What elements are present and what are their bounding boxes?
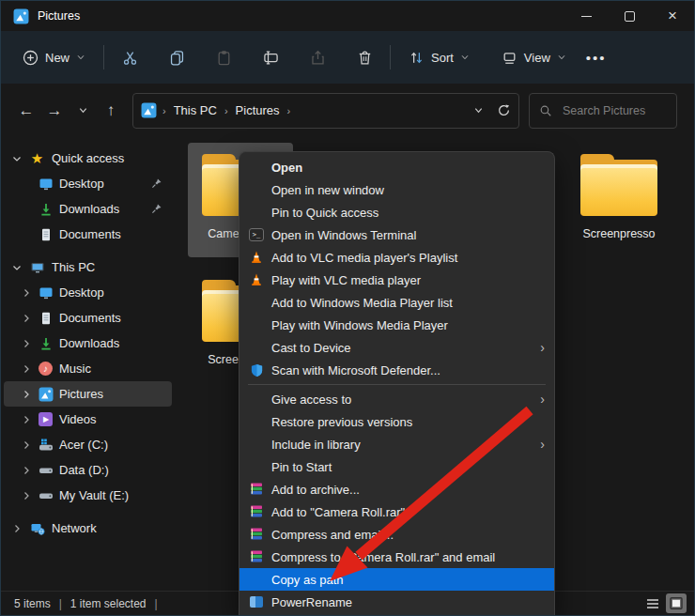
chevron-right-icon[interactable] xyxy=(11,523,23,534)
chevron-right-icon[interactable] xyxy=(21,490,32,501)
menu-item-powerrename[interactable]: PowerRename xyxy=(239,591,554,613)
navigation-pane: ★ Quick access Desktop Downloads Documen… xyxy=(1,137,175,591)
menu-item-open-windows-terminal[interactable]: >_ Open in Windows Terminal xyxy=(239,223,554,246)
menu-divider xyxy=(248,384,546,385)
menu-item-copy-as-path[interactable]: Copy as path xyxy=(239,568,554,591)
menu-item-open-new-window[interactable]: Open in new window xyxy=(239,178,554,201)
menu-item-wmp-add-list[interactable]: Add to Windows Media Player list xyxy=(239,291,554,314)
location-pictures-icon xyxy=(141,102,157,118)
menu-item-wmp-play[interactable]: Play with Windows Media Player xyxy=(239,314,554,336)
sidebar-item-network[interactable]: Network xyxy=(4,516,172,541)
menu-item-scan-defender[interactable]: Scan with Microsoft Defender... xyxy=(239,359,554,381)
sidebar-item-pictures[interactable]: Pictures xyxy=(4,381,172,407)
chevron-right-icon[interactable] xyxy=(21,313,32,324)
menu-item-vlc-play[interactable]: Play with VLC media player xyxy=(239,269,554,291)
network-icon xyxy=(29,520,45,536)
chevron-right-icon[interactable] xyxy=(21,287,32,299)
sort-button[interactable]: Sort xyxy=(400,43,478,72)
chevron-right-icon[interactable] xyxy=(21,414,32,425)
sidebar-item-desktop-qa[interactable]: Desktop xyxy=(4,171,172,196)
chevron-right-icon[interactable] xyxy=(21,363,32,375)
menu-item-pin-quick-access[interactable]: Pin to Quick access xyxy=(239,201,554,223)
paste-button[interactable] xyxy=(208,41,239,73)
details-view-button[interactable] xyxy=(642,593,663,613)
delete-button[interactable] xyxy=(348,41,380,73)
folder-label: Screenpresso xyxy=(582,227,655,240)
menu-item-give-access[interactable]: Give access to › xyxy=(239,388,554,410)
new-button[interactable]: New xyxy=(14,43,94,72)
address-dropdown-chevron[interactable] xyxy=(473,105,484,116)
large-icons-view-button[interactable] xyxy=(666,593,687,613)
breadcrumb[interactable]: › This PC › Pictures › xyxy=(132,93,519,129)
view-button[interactable]: View xyxy=(493,43,575,72)
chevron-down-icon xyxy=(76,53,85,62)
submenu-arrow-icon: › xyxy=(540,393,545,406)
sidebar-item-downloads-qa[interactable]: Downloads xyxy=(4,196,172,222)
sidebar-item-drive-d[interactable]: Data (D:) xyxy=(4,457,172,483)
windows-terminal-icon: >_ xyxy=(248,226,265,243)
computer-icon xyxy=(29,259,45,275)
menu-item-add-archive[interactable]: Add to archive... xyxy=(239,478,554,500)
more-options-button[interactable]: ••• xyxy=(575,50,618,66)
items-count: 5 items xyxy=(14,597,51,610)
copy-button[interactable] xyxy=(161,41,193,73)
maximize-button[interactable] xyxy=(608,1,651,31)
pin-icon xyxy=(150,177,162,190)
breadcrumb-pictures[interactable]: Pictures xyxy=(230,100,286,120)
sort-arrows-icon xyxy=(409,50,425,66)
menu-item-add-rar[interactable]: Add to "Camera Roll.rar" xyxy=(239,500,554,523)
chevron-down-icon[interactable] xyxy=(11,262,23,273)
explorer-window: Pictures × New xyxy=(0,0,695,616)
star-icon: ★ xyxy=(29,150,45,166)
recent-locations-chevron[interactable] xyxy=(69,97,97,125)
chevron-down-icon[interactable] xyxy=(11,153,23,164)
search-input[interactable] xyxy=(561,103,664,118)
chevron-down-icon xyxy=(460,53,470,62)
sidebar-item-videos[interactable]: ▶ Videos xyxy=(4,407,172,432)
up-button[interactable]: ↑ xyxy=(97,97,125,125)
submenu-arrow-icon: › xyxy=(540,341,545,354)
sidebar-item-this-pc[interactable]: This PC xyxy=(4,254,172,280)
rename-button[interactable] xyxy=(255,41,286,73)
menu-item-open[interactable]: Open xyxy=(239,156,554,178)
search-box[interactable] xyxy=(529,93,677,129)
sidebar-item-documents[interactable]: Documents xyxy=(4,305,172,331)
back-button[interactable]: ← xyxy=(12,97,40,125)
sidebar-item-quick-access[interactable]: ★ Quick access xyxy=(4,146,172,171)
pictures-app-icon xyxy=(13,8,29,24)
menu-item-pin-start[interactable]: Pin to Start xyxy=(239,455,554,478)
breadcrumb-this-pc[interactable]: This PC xyxy=(168,100,223,120)
pin-icon xyxy=(150,203,162,215)
chevron-right-icon[interactable] xyxy=(21,465,32,476)
desktop-icon xyxy=(38,176,54,192)
sidebar-item-music[interactable]: ♪ Music xyxy=(4,356,172,381)
menu-item-include-library[interactable]: Include in library › xyxy=(239,433,554,455)
chevron-right-icon[interactable] xyxy=(21,439,32,451)
forward-button[interactable]: → xyxy=(40,97,69,125)
sidebar-item-drive-e[interactable]: My Vault (E:) xyxy=(4,483,172,508)
winrar-books-icon xyxy=(248,548,265,565)
sidebar-item-downloads[interactable]: Downloads xyxy=(4,331,172,356)
defender-shield-icon xyxy=(248,362,265,378)
menu-item-cast-to-device[interactable]: Cast to Device › xyxy=(239,336,554,359)
menu-item-compress-email[interactable]: Compress and email... xyxy=(239,523,554,546)
menu-item-compress-rar-email[interactable]: Compress to "Camera Roll.rar" and email xyxy=(239,546,554,568)
sidebar-item-drive-c[interactable]: Acer (C:) xyxy=(4,432,172,457)
view-layout-icon xyxy=(502,50,517,66)
chevron-right-icon[interactable] xyxy=(21,389,32,400)
folder-tile-screenpresso[interactable]: Screenpresso xyxy=(566,143,672,257)
chevron-right-icon[interactable] xyxy=(21,338,32,349)
menu-item-restore-versions[interactable]: Restore previous versions xyxy=(239,410,554,433)
menu-item-vlc-add-playlist[interactable]: Add to VLC media player's Playlist xyxy=(239,246,554,269)
refresh-button[interactable] xyxy=(497,103,511,117)
share-button[interactable] xyxy=(301,41,333,73)
vlc-cone-icon xyxy=(248,249,265,266)
minimize-button[interactable] xyxy=(564,1,608,31)
vlc-cone-icon xyxy=(248,271,265,288)
system-drive-icon xyxy=(38,437,54,453)
cut-button[interactable] xyxy=(114,41,146,73)
winrar-books-icon xyxy=(248,503,265,520)
sidebar-item-desktop[interactable]: Desktop xyxy=(4,280,172,305)
close-button[interactable]: × xyxy=(651,1,694,31)
sidebar-item-documents-qa[interactable]: Documents xyxy=(4,222,172,247)
